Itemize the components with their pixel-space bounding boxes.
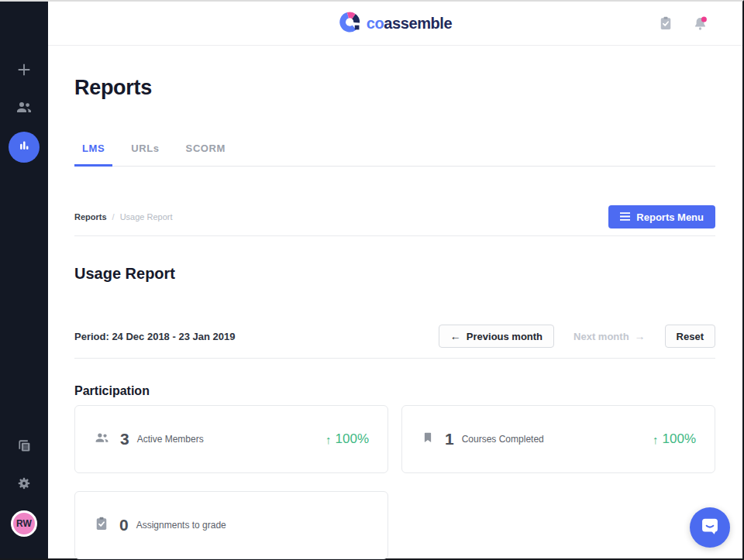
stat-label: Assignments to grade <box>136 520 226 531</box>
participation-title: Participation <box>74 384 715 398</box>
arrow-right-icon: → <box>635 330 646 342</box>
stat-value: 1 <box>445 430 454 448</box>
participation-cards: 3 Active Members ↑ 100% 1 Courses Co <box>74 405 715 559</box>
arrow-up-icon: ↑ <box>326 433 332 446</box>
coassemble-logo[interactable]: coassemble <box>339 11 453 36</box>
chat-bubble-icon <box>699 515 721 540</box>
stat-card-courses-completed: 1 Courses Completed ↑ 100% <box>401 405 715 473</box>
app-window: RW coassemble <box>0 0 744 560</box>
stat-value: 0 <box>119 516 129 534</box>
sidebar-item-members[interactable] <box>9 94 40 125</box>
stat-label: Active Members <box>137 434 204 445</box>
chat-launcher-button[interactable] <box>690 507 730 548</box>
arrow-left-icon: ← <box>450 330 461 342</box>
coassemble-logo-mark <box>339 11 361 36</box>
sidebar: RW <box>0 2 48 558</box>
tab-urls[interactable]: URLs <box>123 143 167 167</box>
top-header: coassemble <box>48 2 742 46</box>
period-row: Period: 24 Dec 2018 - 23 Jan 2019 ← Prev… <box>74 325 715 359</box>
page-title: Reports <box>74 76 715 100</box>
people-icon <box>94 430 110 449</box>
gear-icon <box>16 475 33 495</box>
breadcrumb: Reports / Usage Report <box>74 212 173 222</box>
reset-button[interactable]: Reset <box>665 325 715 348</box>
add-button[interactable] <box>9 56 40 87</box>
stat-card-assignments-to-grade: 0 Assignments to grade <box>74 491 388 559</box>
stat-change: ↑ 100% <box>326 431 369 447</box>
stat-change: ↑ 100% <box>653 431 696 447</box>
stacked-pages-icon <box>16 437 33 458</box>
people-icon <box>15 98 33 120</box>
sidebar-item-reports[interactable] <box>9 132 40 163</box>
next-month-button: Next month → <box>562 325 657 348</box>
tab-scorm[interactable]: SCORM <box>178 143 233 167</box>
hamburger-icon <box>620 211 630 223</box>
stat-card-active-members: 3 Active Members ↑ 100% <box>74 405 388 473</box>
period-label: Period: 24 Dec 2018 - 23 Jan 2019 <box>74 331 235 342</box>
logo-wordmark: coassemble <box>367 15 453 33</box>
sidebar-item-library[interactable] <box>9 431 40 462</box>
tab-lms[interactable]: LMS <box>74 143 112 167</box>
user-avatar[interactable]: RW <box>11 510 37 537</box>
previous-month-button[interactable]: ← Previous month <box>439 325 554 348</box>
breadcrumb-row: Reports / Usage Report Reports Menu <box>74 205 715 236</box>
bell-icon[interactable] <box>692 15 708 32</box>
report-tabs: LMS URLs SCORM <box>74 143 715 167</box>
bookmark-icon <box>421 430 435 448</box>
usage-report-title: Usage Report <box>74 265 715 283</box>
breadcrumb-usage-report: Usage Report <box>120 212 173 222</box>
arrow-up-icon: ↑ <box>653 433 659 446</box>
clipboard-check-icon <box>94 516 109 534</box>
stat-label: Courses Completed <box>462 434 544 445</box>
breadcrumb-reports[interactable]: Reports <box>74 212 107 222</box>
sidebar-item-settings[interactable] <box>9 469 40 500</box>
reports-menu-button[interactable]: Reports Menu <box>608 205 715 228</box>
clipboard-check-icon[interactable] <box>658 15 673 31</box>
breadcrumb-separator: / <box>112 212 115 222</box>
plus-icon <box>16 61 33 81</box>
bar-chart-icon <box>16 137 33 157</box>
stat-value: 3 <box>120 430 129 448</box>
main-content: Reports LMS URLs SCORM Reports / Usage R… <box>48 46 742 558</box>
